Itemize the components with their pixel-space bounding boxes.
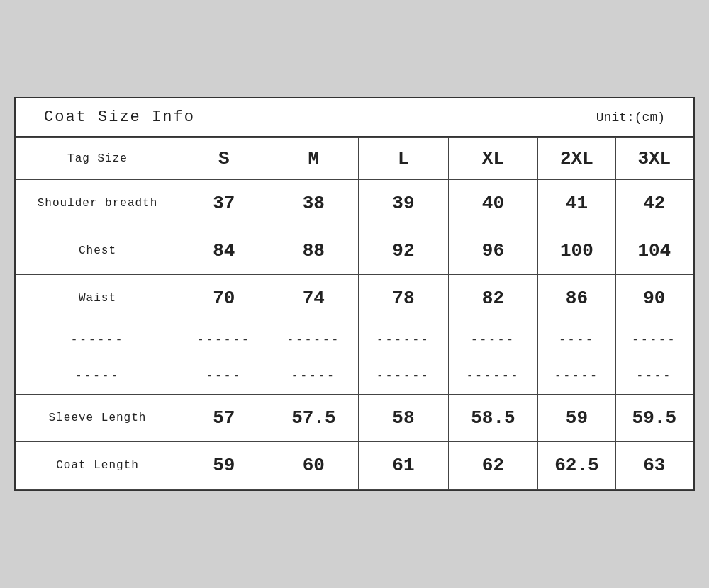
cell-2-3: 82 [448,275,538,322]
table-row: Shoulder breadth373839404142 [16,180,693,227]
cell-4-5: ---- [615,358,693,395]
cell-4-4: ----- [538,358,615,395]
row-label-0: Shoulder breadth [16,180,179,227]
cell-6-3: 62 [448,442,538,490]
cell-5-1: 57.5 [269,395,359,442]
cell-1-5: 104 [615,227,693,275]
cell-4-2: ------ [359,358,449,395]
cell-1-0: 84 [179,227,269,275]
cell-0-0: 37 [179,180,269,227]
table-row: Sleeve Length5757.55858.55959.5 [16,395,693,442]
cell-2-2: 78 [359,275,449,322]
size-table-container: Coat Size Info Unit:(cm) Tag SizeSMLXL2X… [14,97,695,491]
row-label-6: Coat Length [16,442,179,490]
cell-1-3: 96 [448,227,538,275]
cell-5-4: 59 [538,395,615,442]
row-label-4: ----- [16,358,179,395]
table-title: Coat Size Info [44,108,195,126]
cell-0-2: 39 [359,180,449,227]
size-header-XL: XL [448,138,538,180]
cell-1-1: 88 [269,227,359,275]
cell-0-3: 40 [448,180,538,227]
cell-6-0: 59 [179,442,269,490]
unit-label: Unit:(cm) [596,111,665,125]
size-header-M: M [269,138,359,180]
row-label-3: ------ [16,322,179,358]
cell-6-2: 61 [359,442,449,490]
cell-1-4: 100 [538,227,615,275]
cell-4-0: ---- [179,358,269,395]
cell-4-3: ------ [448,358,538,395]
cell-4-1: ----- [269,358,359,395]
row-label-5: Sleeve Length [16,395,179,442]
cell-5-5: 59.5 [615,395,693,442]
page-background: Coat Size Info Unit:(cm) Tag SizeSMLXL2X… [0,0,709,588]
size-header-3XL: 3XL [615,138,693,180]
cell-5-3: 58.5 [448,395,538,442]
title-row: Coat Size Info Unit:(cm) [16,98,693,137]
cell-3-3: ----- [448,322,538,358]
cell-3-0: ------ [179,322,269,358]
row-label-1: Chest [16,227,179,275]
table-row: Chest84889296100104 [16,227,693,275]
cell-3-1: ------ [269,322,359,358]
row-label-2: Waist [16,275,179,322]
cell-3-4: ---- [538,322,615,358]
table-row: Waist707478828690 [16,275,693,322]
cell-0-1: 38 [269,180,359,227]
size-header-2XL: 2XL [538,138,615,180]
table-row: ----------------------------------- [16,358,693,395]
cell-3-5: ----- [615,322,693,358]
size-header-L: L [359,138,449,180]
cell-0-4: 41 [538,180,615,227]
tag-size-label: Tag Size [16,138,179,180]
cell-2-1: 74 [269,275,359,322]
header-row: Tag SizeSMLXL2XL3XL [16,138,693,180]
size-table: Tag SizeSMLXL2XL3XLShoulder breadth37383… [16,137,693,490]
table-row: Coat Length5960616262.563 [16,442,693,490]
cell-5-2: 58 [359,395,449,442]
cell-6-1: 60 [269,442,359,490]
cell-5-0: 57 [179,395,269,442]
size-header-S: S [179,138,269,180]
cell-2-0: 70 [179,275,269,322]
cell-6-5: 63 [615,442,693,490]
cell-0-5: 42 [615,180,693,227]
cell-2-5: 90 [615,275,693,322]
table-row: -------------------------------------- [16,322,693,358]
cell-6-4: 62.5 [538,442,615,490]
cell-1-2: 92 [359,227,449,275]
cell-2-4: 86 [538,275,615,322]
cell-3-2: ------ [359,322,449,358]
